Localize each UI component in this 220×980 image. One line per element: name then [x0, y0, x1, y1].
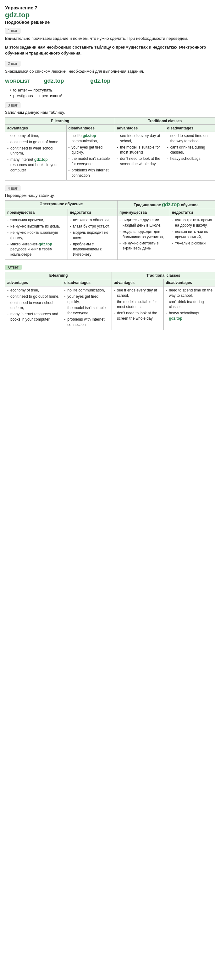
step-3-badge: 3 шаг [5, 102, 21, 108]
english-table-wrap: E-learning Traditional classes advantage… [5, 117, 215, 181]
list-item: can't drink tea during classes, [167, 145, 213, 156]
list-item: не нужно носить школьную форму, [7, 230, 66, 241]
ru-sub-dis2: недостатки [170, 209, 215, 216]
step-1-block: 1 шаг Внимательно прочитаем задание и по… [5, 28, 215, 56]
list-item: heavy schoolbags [167, 156, 213, 161]
en-header-elearning: E-learning [5, 118, 115, 125]
table-row: экономия времени, не нужно выходить из д… [5, 216, 215, 260]
step-2-text: Знакомимся со списком лексики, необходим… [5, 68, 215, 75]
answer-table-wrap: E-learning Traditional classes advantage… [5, 272, 215, 330]
list-item: много интернет-gdz.top ресурсов и книг в… [7, 242, 66, 257]
list-item: модель подходит для большинства учеников… [119, 229, 168, 240]
en-sub-dis1: disadvantages [66, 125, 115, 132]
list-item: не нужно смотреть в экран весь день [119, 241, 168, 251]
answer-badge: Ответ [5, 265, 22, 270]
en-col2: no life gdz.top communication, your eyes… [66, 132, 115, 181]
step-3-text: Заполним данную нам таблицу. [5, 110, 215, 115]
step-1-badge: 1 шаг [5, 28, 21, 33]
list-item: your eyes get tired quickly, [64, 294, 110, 305]
list-item: see friends every day at school, [114, 288, 162, 298]
list-item: don't need to look at the screen the who… [117, 156, 163, 167]
en-col4: need to spend time on the way to school,… [165, 132, 215, 181]
russian-table: Электронное обучение Традиционное gdz.to… [5, 200, 215, 260]
en-sub-adv1: advantages [5, 125, 67, 132]
list-item: see friends every day at school, [117, 133, 163, 144]
step-2-badge: 2 шаг [5, 61, 21, 67]
list-item: need to spend time on the way to school, [167, 133, 213, 144]
russian-table-wrap: Электронное обучение Традиционное gdz.to… [5, 200, 215, 260]
step-3-block: 3 шаг Заполним данную нам таблицу. E-lea… [5, 102, 215, 181]
list-item: problems with Internet connection [64, 317, 110, 328]
ans-col4: need to spend time on the way to school,… [164, 286, 215, 330]
table-row: economy of time, don't need to go out of… [5, 286, 215, 330]
ans-sub-dis2: disadvantages [164, 279, 215, 286]
ans-header-traditional: Traditional classes [112, 272, 215, 279]
list-item: the model is suitable for most students, [114, 299, 162, 310]
ru-sub-dis1: недостатки [68, 209, 117, 216]
ans-sub-adv2: advantages [112, 279, 164, 286]
answer-table: E-learning Traditional classes advantage… [5, 272, 215, 330]
list-item: heavy schoolbags gdz.top [165, 310, 213, 321]
list-item: no life gdz.top communication, [69, 133, 113, 144]
step-1-intro: Внимательно прочитаем задание и поймём, … [5, 35, 215, 42]
list-item: нет живого общения, [70, 218, 116, 223]
ans-col2: no life communication, your eyes get tir… [62, 286, 112, 330]
en-sub-dis2: disadvantages [165, 125, 215, 132]
table-row: economy of time, don't need to go out of… [5, 132, 215, 181]
page-subtitle: Подробное решение [5, 20, 215, 25]
ans-col3: see friends every day at school, the mod… [112, 286, 164, 330]
en-header-traditional: Traditional classes [115, 118, 215, 125]
list-item: проблемы с подключением к Интернету [70, 242, 116, 257]
ru-sub-adv2: преимущества [117, 209, 170, 216]
answer-section: Ответ E-learning Traditional classes adv… [5, 265, 215, 330]
step-4-badge: 4 шаг [5, 186, 21, 191]
list-item: экономия времени, [7, 218, 66, 223]
list-item: тяжёлые рюкзаки [172, 241, 213, 246]
list-item: нужно тратить время на дорогу в школу, [172, 218, 213, 228]
list-item: the model isn't suitable for everyone, [64, 305, 110, 316]
list-item: don't need to wear school uniform, [7, 146, 64, 156]
en-sub-adv2: advantages [115, 125, 165, 132]
list-item: видитесь с друзьями каждый день в школе, [119, 218, 168, 228]
list-item: many internet resources and books in you… [7, 312, 60, 322]
exercise-title: Упражнение 7 [5, 5, 215, 10]
step-4-text: Переведем нашу таблицу. [5, 193, 215, 198]
wordlist-label: WORDLIST gdz.top gdz.top [5, 77, 215, 85]
list-item: the model is suitable for most students, [117, 145, 163, 156]
list-item: don't need to go out of home, [7, 294, 60, 299]
step-4-block: 4 шаг Переведем нашу таблицу. Электронно… [5, 186, 215, 260]
site-watermark-3: gdz.top [90, 78, 110, 84]
list-item: модель подходит не всем, [70, 230, 116, 241]
list-item: your eyes get tired quickly, [69, 145, 113, 156]
list-item: economy of time, [7, 133, 64, 138]
list-item: don't need to look at the screen the who… [114, 310, 162, 321]
en-col3: see friends every day at school, the mod… [115, 132, 165, 181]
word-item-2: prestigious — престижный, [13, 93, 215, 98]
word-item-1: to enter — поступать, [13, 88, 215, 92]
site-watermark-1: gdz.top [5, 11, 215, 19]
list-item: нельзя пить чай во время занятий, [172, 229, 213, 240]
ru-header-elearning: Электронное обучение [5, 200, 117, 209]
ru-header-traditional: Традиционное gdz.top обучение [117, 200, 215, 209]
ans-col1: economy of time, don't need to go out of… [5, 286, 62, 330]
ru-col2: нет живого общения, глаза быстро устают,… [68, 216, 117, 260]
ru-sub-adv1: преимущества [5, 209, 68, 216]
list-item: глаза быстро устают, [70, 224, 116, 229]
ru-col4: нужно тратить время на дорогу в школу, н… [170, 216, 215, 260]
list-item: problems with Internet connection [69, 168, 113, 178]
ans-sub-adv1: advantages [5, 279, 62, 286]
list-item: don't need to wear school uniform, [7, 300, 60, 311]
step-1-bold: В этом задании нам необходимо составить … [5, 44, 215, 56]
ru-col3: видитесь с друзьями каждый день в школе,… [117, 216, 170, 260]
wordlist: to enter — поступать, prestigious — прес… [10, 88, 215, 98]
list-item: need to spend time on the way to school, [165, 288, 213, 298]
en-col1: economy of time, don't need to go out of… [5, 132, 67, 181]
list-item: не нужно выходить из дома, [7, 224, 66, 229]
list-item: don't need to go out of home, [7, 140, 64, 145]
site-watermark-2: gdz.top [44, 78, 64, 84]
list-item: no life communication, [64, 288, 110, 293]
list-item: can't drink tea during classes, [165, 299, 213, 310]
list-item: the model isn't suitable for everyone, [69, 156, 113, 167]
list-item: economy of time, [7, 288, 60, 293]
ru-col1: экономия времени, не нужно выходить из д… [5, 216, 68, 260]
